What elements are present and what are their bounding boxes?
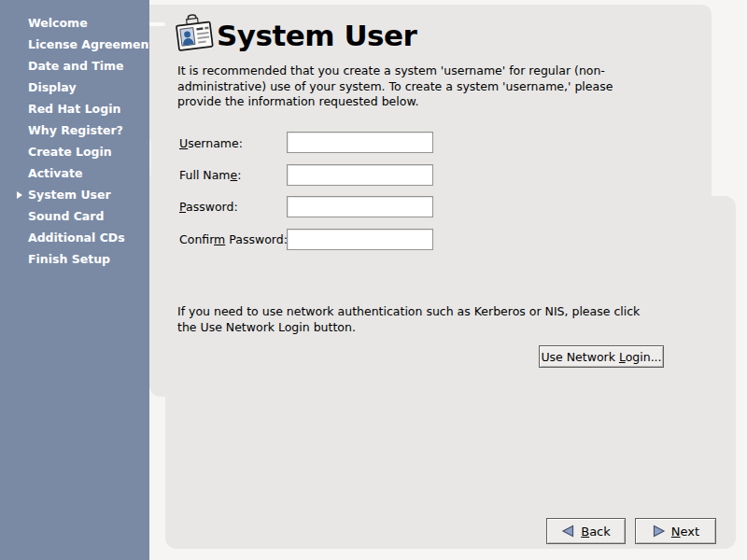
next-button[interactable]: Next	[635, 518, 716, 544]
next-label: Next	[671, 525, 699, 539]
pane-sash-handle	[149, 140, 151, 175]
intro-text: It is recommended that you create a syst…	[177, 63, 641, 110]
back-button[interactable]: Back	[546, 518, 626, 544]
confirm-password-input[interactable]	[287, 229, 433, 250]
use-network-login-button[interactable]: Use Network Login...	[539, 345, 664, 368]
confirm-password-label: Confirm Password:	[179, 232, 288, 246]
firstboot-window: Welcome License Agreement Date and Time …	[0, 0, 747, 560]
next-arrow-icon	[652, 525, 666, 538]
sidebar-item-why-register: Why Register?	[0, 119, 149, 141]
content-panel-bottom	[165, 196, 736, 549]
sidebar-item-display: Display	[0, 77, 149, 98]
sidebar-item-welcome: Welcome	[0, 12, 149, 34]
sidebar-item-date-and-time: Date and Time	[0, 55, 149, 77]
username-input[interactable]	[287, 132, 433, 153]
sidebar-item-license-agreement: License Agreement	[0, 34, 149, 55]
sidebar-item-activate: Activate	[0, 162, 149, 184]
full-name-input[interactable]	[287, 164, 433, 186]
sidebar-item-system-user: System User	[0, 184, 149, 205]
id-badge-icon	[173, 10, 216, 55]
sidebar: Welcome License Agreement Date and Time …	[0, 0, 149, 560]
network-note-text: If you need to use network authenticatio…	[177, 304, 649, 335]
back-arrow-icon	[561, 525, 575, 538]
step-list: Welcome License Agreement Date and Time …	[0, 12, 149, 270]
sidebar-item-additional-cds: Additional CDs	[0, 227, 149, 248]
password-label: Password:	[179, 200, 238, 214]
sidebar-item-red-hat-login: Red Hat Login	[0, 98, 149, 119]
username-label: Username:	[179, 136, 243, 150]
back-label: Back	[581, 525, 611, 539]
sidebar-item-finish-setup: Finish Setup	[0, 248, 149, 270]
use-network-login-label: Use Network Login...	[541, 350, 661, 364]
sidebar-item-sound-card: Sound Card	[0, 205, 149, 227]
page-title: System User	[217, 20, 416, 51]
full-name-label: Full Name:	[179, 168, 241, 182]
password-input[interactable]	[287, 196, 433, 217]
sidebar-connector-line	[149, 22, 165, 26]
current-step-arrow-icon	[17, 191, 22, 199]
sidebar-item-create-login: Create Login	[0, 141, 149, 162]
